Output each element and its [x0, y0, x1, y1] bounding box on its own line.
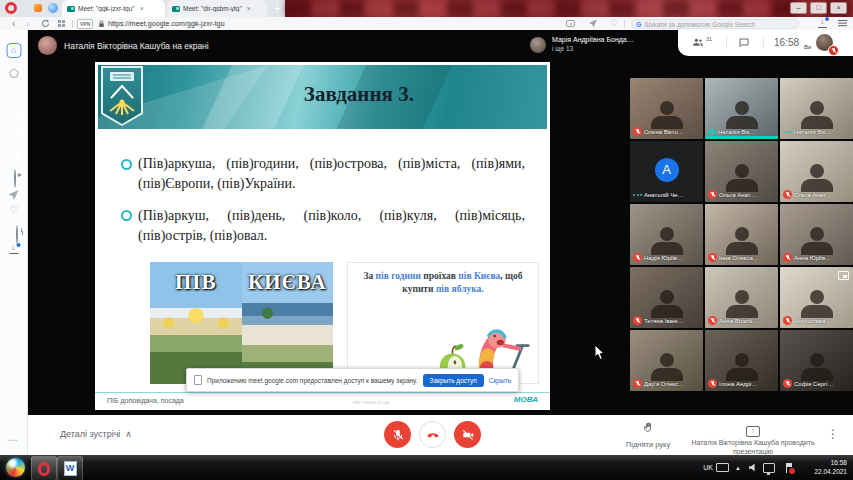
lock-icon — [98, 17, 105, 30]
snapshot-camera-icon[interactable] — [566, 17, 575, 30]
chevron-up-icon: ∧ — [125, 429, 132, 439]
window-maximize-button[interactable]: □ — [810, 2, 827, 14]
history-clock-icon[interactable] — [16, 225, 18, 244]
participant-name: Софія Сергі… — [794, 381, 833, 387]
slide-footer-divider — [95, 392, 550, 393]
share-flow-icon[interactable] — [589, 17, 597, 30]
hide-notification-button[interactable]: Скрыть — [489, 377, 511, 384]
back-button[interactable]: ‹ — [12, 17, 15, 30]
tab-close-icon[interactable]: × — [247, 5, 251, 12]
participant-tile[interactable]: Ольга Анат… — [705, 141, 778, 202]
browser-menu-icon[interactable] — [838, 17, 847, 30]
redacted-title-area — [285, 0, 853, 17]
window-close-button[interactable]: × — [830, 2, 847, 14]
taskbar-opera-button[interactable] — [31, 456, 57, 480]
end-call-button[interactable] — [419, 421, 446, 448]
participant-name: Тетяна Івані… — [644, 318, 684, 324]
new-tab-button[interactable]: + — [272, 3, 283, 14]
tab-label: Meet: "ggk-jzxr-tgu" — [78, 5, 135, 12]
camera-off-button[interactable] — [454, 421, 481, 448]
mic-muted-icon — [708, 190, 717, 199]
participant-tile[interactable]: Ольга Анат… — [780, 141, 853, 202]
presenter-avatar — [38, 36, 57, 55]
participants-count: 31 — [706, 36, 712, 42]
roster-name: Марія Андріївна Бонда… — [552, 36, 634, 43]
participants-button[interactable]: 31 — [691, 36, 712, 49]
speed-dial-home-icon[interactable]: ⌂ — [6, 43, 21, 58]
mic-muted-icon — [708, 379, 717, 388]
bookmarks-heart-icon[interactable]: ♡ — [9, 204, 18, 215]
raise-hand-label: Підняти руку — [613, 440, 683, 449]
participant-tile[interactable]: А Анатолій Че… — [630, 141, 703, 202]
participant-name: Анна Віталії… — [719, 318, 759, 324]
participant-grid: Олена Вікто… Наталія Вік… Наталія Вік… А… — [630, 78, 853, 391]
slide-bullet: (Пів)аркуша, (пів)години, (пів)острова, … — [121, 154, 525, 194]
roster-summary[interactable]: Марія Андріївна Бонда… і ще 13 — [552, 36, 634, 52]
meet-favicon — [172, 6, 180, 12]
speed-dial-grid-icon[interactable] — [58, 17, 65, 30]
participant-video — [799, 164, 835, 192]
vpn-badge[interactable]: VPN — [77, 17, 93, 30]
pinned-tab-icon[interactable] — [34, 4, 42, 12]
stop-sharing-button[interactable]: Закрыть доступ — [423, 374, 484, 387]
player-icon[interactable] — [14, 169, 16, 188]
google-meet-app: Наталія Вікторівна Кашуба на екрані Марі… — [28, 30, 853, 455]
participant-tile[interactable]: Надія Юріїв… — [630, 204, 703, 265]
search-box[interactable]: G Шукати за допомогою Google Search — [631, 19, 799, 29]
tab-meet-1[interactable]: Meet: "ggk-jzxr-tgu" × — [62, 0, 165, 17]
audio-dots-icon — [633, 190, 642, 199]
participant-tile[interactable]: Анна Юріїв… — [780, 204, 853, 265]
divider — [726, 36, 727, 49]
participant-tile[interactable]: Ілона Андрі… — [705, 330, 778, 391]
sidebar-more-icon[interactable]: ⋯ — [9, 435, 19, 445]
bookmark-heart-icon[interactable]: ♡ — [610, 17, 618, 30]
browser-address-bar: ‹ › VPN https://meet.google.com/ggk-jzxr… — [0, 17, 853, 31]
downloads-icon[interactable] — [818, 17, 827, 30]
participant-video — [724, 353, 760, 381]
meeting-details-button[interactable]: Деталі зустрічі ∧ — [60, 429, 132, 439]
participant-tile[interactable]: Софія Сергі… — [780, 330, 853, 391]
chat-button[interactable] — [738, 37, 750, 49]
participant-video — [724, 164, 760, 192]
participant-initial-avatar: А — [655, 158, 679, 182]
url-text[interactable]: https://meet.google.com/ggk-jzxr-tgu — [108, 17, 225, 30]
screen: Meet: "ggk-jzxr-tgu" × Meet: "dir-gsbm-y… — [0, 0, 853, 480]
window-minimize-button[interactable]: – — [790, 2, 807, 14]
participant-tile[interactable]: Дар'я Олекс… — [630, 330, 703, 391]
participant-tile[interactable]: Інна Олекса… — [705, 204, 778, 265]
university-logo — [101, 66, 143, 126]
reload-button[interactable] — [41, 17, 50, 30]
forward-button[interactable]: › — [26, 17, 29, 30]
taskbar-word-button[interactable]: W — [57, 456, 83, 480]
network-icon[interactable] — [763, 455, 775, 480]
shared-presentation-slide: Завдання 3. (Пів)аркуша, (пів)години, (п… — [95, 62, 550, 410]
participant-video — [799, 227, 835, 255]
hidden-icons-chevron[interactable]: ▲ — [735, 455, 741, 480]
participant-tile[interactable]: Олена Вікто… — [630, 78, 703, 139]
participant-tile[interactable]: Мирослава … — [780, 267, 853, 328]
mic-off-button[interactable] — [384, 421, 411, 448]
pinned-tab-icon[interactable] — [48, 3, 58, 13]
workspace-pentagon-icon[interactable] — [8, 65, 20, 83]
participant-tile[interactable]: Анна Віталії… — [705, 267, 778, 328]
participant-tile[interactable]: Тетяна Івані… — [630, 267, 703, 328]
my-flow-icon[interactable] — [9, 190, 19, 200]
screen-icon — [194, 375, 202, 385]
participant-tile[interactable]: Наталія Вік… — [780, 78, 853, 139]
participant-name: Анна Юріїв… — [794, 255, 831, 261]
volume-icon[interactable] — [749, 455, 757, 480]
opera-menu-icon[interactable] — [5, 2, 17, 14]
participant-tile-speaking[interactable]: Наталія Вік… — [705, 78, 778, 139]
language-indicator[interactable]: UK — [703, 455, 713, 480]
action-center-flag-icon[interactable] — [785, 455, 793, 480]
participant-name: Ілона Андрі… — [719, 381, 757, 387]
start-button[interactable] — [6, 458, 25, 477]
downloads-tray-icon[interactable] — [9, 245, 18, 254]
tab-close-icon[interactable]: × — [140, 5, 144, 12]
more-options-icon[interactable]: ⋮ — [827, 427, 839, 441]
opera-sidebar: ⌂ ♡ ⋯ — [0, 30, 28, 455]
tab-meet-2[interactable]: Meet: "dir-gsbm-ytq" × — [167, 0, 267, 17]
taskbar-clock[interactable]: 16:5822.04.2021 — [814, 455, 847, 480]
raise-hand-button[interactable]: Підняти руку — [613, 420, 683, 449]
keyboard-icon[interactable] — [716, 455, 729, 480]
